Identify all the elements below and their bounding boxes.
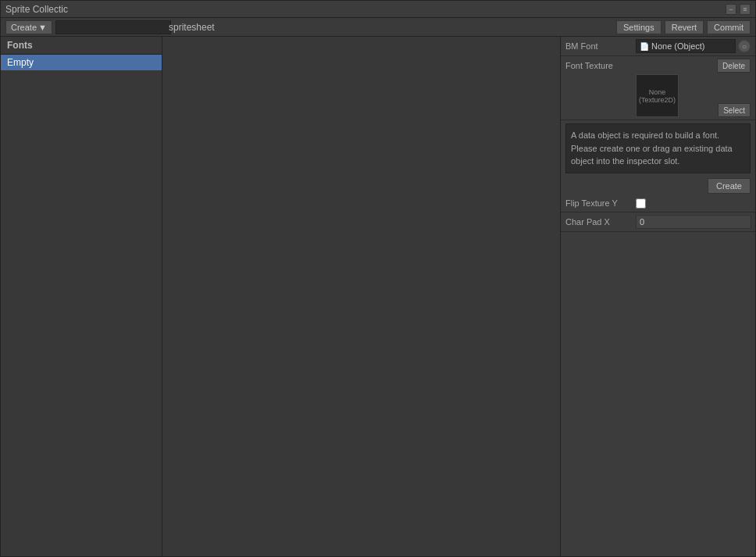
toolbar-right: Settings Revert Commit (612, 20, 755, 34)
info-box: A data object is required to build a fon… (565, 123, 751, 173)
list-item[interactable]: Empty (1, 55, 162, 70)
title-bar: Sprite Collectic − ≡ (1, 1, 755, 18)
bm-font-value: 📄 None (Object) ○ (636, 39, 751, 53)
toolbar-center: spritesheet (162, 22, 612, 33)
info-text: A data object is required to build a fon… (571, 130, 733, 166)
char-pad-row: Char Pad X (561, 212, 755, 232)
window-controls: − ≡ (726, 4, 751, 15)
texture-top: Delete (636, 59, 751, 73)
char-pad-label: Char Pad X (565, 217, 636, 227)
right-panel: BM Font 📄 None (Object) ○ Font Texture D… (560, 37, 755, 556)
bm-font-picker-button[interactable]: ○ (738, 40, 751, 52)
create-font-button[interactable]: Create (708, 178, 751, 194)
flip-texture-checkbox[interactable] (636, 198, 646, 209)
flip-texture-row: Flip Texture Y (561, 195, 755, 212)
window-title: Sprite Collectic (5, 4, 726, 15)
spritesheet-label: spritesheet (169, 22, 215, 33)
bm-font-label: BM Font (565, 41, 636, 51)
fonts-header: Fonts (1, 37, 162, 55)
flip-texture-label: Flip Texture Y (565, 198, 636, 208)
font-texture-label: Font Texture (565, 59, 636, 70)
minimize-button[interactable]: − (726, 4, 736, 15)
texture-right: Select (679, 102, 751, 117)
toolbar-left: Create ▼ (1, 20, 162, 34)
main-window: Sprite Collectic − ≡ Create ▼ spriteshee… (0, 0, 756, 557)
select-button[interactable]: Select (718, 103, 751, 117)
left-panel: Fonts Empty (1, 37, 162, 556)
menu-button[interactable]: ≡ (740, 4, 751, 15)
texture-none-text: None (649, 88, 666, 96)
create-button-row: Create (565, 178, 751, 194)
toolbar: Create ▼ spritesheet Settings Revert Com… (1, 18, 755, 37)
main-content: Fonts Empty BM Font 📄 None (Object) ○ (1, 37, 755, 556)
texture-type-text: (Texture2D) (639, 96, 676, 104)
font-texture-content: Delete None (Texture2D) Select (636, 59, 751, 117)
center-panel (162, 37, 560, 556)
commit-button[interactable]: Commit (707, 20, 751, 34)
char-pad-input[interactable] (636, 215, 751, 229)
search-input[interactable] (55, 20, 171, 34)
revert-button[interactable]: Revert (665, 20, 704, 34)
texture-preview[interactable]: None (Texture2D) (636, 74, 679, 117)
bm-font-row: BM Font 📄 None (Object) ○ (561, 37, 755, 56)
bm-font-field[interactable]: 📄 None (Object) (636, 39, 736, 53)
settings-button[interactable]: Settings (616, 20, 662, 34)
font-texture-row: Font Texture Delete None (Texture2D) Sel… (561, 56, 755, 120)
create-button[interactable]: Create ▼ (5, 20, 52, 34)
font-list: Empty (1, 55, 162, 556)
delete-button[interactable]: Delete (717, 59, 751, 73)
